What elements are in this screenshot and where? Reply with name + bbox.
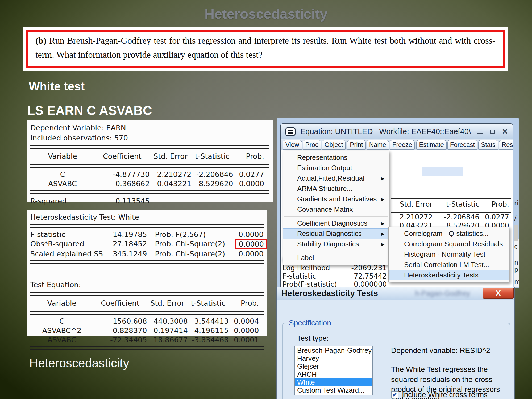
regression-output-panel: Dependent Variable: EARN Included observ… [27,120,273,202]
menu-item-actual-fitted-residual[interactable]: Actual,Fitted,Residual▶ [283,173,389,184]
submenu-item-heteroskedasticity-tests[interactable]: Heteroskedasticity Tests... [389,270,509,280]
menu-item-label: Histogram - Normality Test [404,250,485,258]
slide: Heteroscedasticity (b) Run Breush-Pagan-… [0,0,532,399]
cell: C [30,317,93,326]
submenu-item-serial-correlation[interactable]: Serial Correlation LM Test... [389,260,509,270]
menu-item-label: Label [297,254,314,262]
menu-item-label: Estimation Output [297,164,352,172]
submenu-item-histogram-normality[interactable]: Histogram - Normality Test [389,249,509,260]
toolbar-button-view[interactable]: View [283,140,302,150]
toolbar-button-proc[interactable]: Proc [303,140,321,150]
menu-item-covariance-matrix[interactable]: Covariance Matrix [283,204,389,215]
equation-toolbar: View Proc Object Print Name Freeze Estim… [281,139,513,150]
toolbar-button-forecast[interactable]: Forecast [447,140,477,150]
list-item-arch[interactable]: ARCH [295,370,372,378]
highlighted-prob-value: 0.0000 [235,239,267,249]
cell: 0.0000 [231,230,264,239]
cell: 0.0277 [233,170,264,179]
cell: 0.368662 [95,179,149,188]
menu-item-estimation-output[interactable]: Estimation Output [283,163,389,173]
submenu-item-correlogram-squared[interactable]: Correlogram Squared Residuals... [389,239,509,249]
cell: 2.210272 [149,170,191,179]
toolbar-button-estimate[interactable]: Estimate [416,140,446,150]
heading-white-test: White test [29,80,85,93]
toolbar-button-resids[interactable]: Resids [499,140,513,150]
question-label: (b) [35,36,47,45]
divider [30,190,269,194]
menu-separator [284,251,388,251]
cell: Obs*R-squared [30,239,107,249]
dependent-variable-line: Dependent Variable: EARN [30,123,269,133]
edge-text-fragment: / [514,214,519,222]
dependent-variable-label: Dependent variable: RESID^2 [391,346,490,355]
list-item-breusch-pagan-godfrey[interactable]: Breusch-Pagan-Godfrey [295,346,372,354]
submenu-arrow-icon: ▶ [381,229,384,239]
cell: -2.206846 [191,170,233,179]
menu-item-coefficient-diagnostics[interactable]: Coefficient Diagnostics▶ [283,218,389,228]
submenu-arrow-icon: ▶ [381,239,384,250]
checkbox-checked-icon[interactable]: ✔ [391,391,398,398]
view-menu: Representations Estimation Output Actual… [283,151,389,265]
menu-item-label: Stability Diagnostics [297,240,359,248]
divider [30,145,269,149]
cell: 2.210272 [391,213,433,221]
dialog-close-icon[interactable]: X [483,288,514,299]
col-header: t-Statistic [188,297,228,309]
col-header: Prob. [479,199,509,210]
summary-row: Scaled explained SS 345.1249 Prob. Chi-S… [30,249,264,259]
heading-command: LS EARN C ASVABC [27,103,152,118]
menu-item-label-entry[interactable]: Label [283,253,389,263]
cell: C [30,170,95,179]
cell: ASVABC [30,179,95,188]
toolbar-button-print[interactable]: Print [347,140,365,150]
col-header: Std. Error [391,199,433,210]
test-type-listbox: Breusch-Pagan-Godfrey Harvey Glejser ARC… [294,346,373,395]
menu-item-stability-diagnostics[interactable]: Stability Diagnostics▶ [283,239,389,249]
toolbar-button-freeze[interactable]: Freeze [390,140,415,150]
cell: ASVABC^2 [30,326,93,335]
equation-window-title: Equation: UNTITLED Workfile: EAEF40::Eae… [300,127,477,136]
list-item-white-selected[interactable]: White [295,378,372,386]
list-item-harvey[interactable]: Harvey [295,354,372,362]
cell: 0.0000 [231,249,264,259]
list-item-glejser[interactable]: Glejser [295,362,372,370]
cell: 0.0277 [479,213,509,221]
divider [391,210,511,213]
cell: 0.0000 [228,326,259,335]
footer-heteroscedasticity: Heteroscedasticity [29,356,129,370]
toolbar-button-stats[interactable]: Stats [478,140,498,150]
menu-item-label: Actual,Fitted,Residual [297,174,364,182]
submenu-item-correlogram-q[interactable]: Correlogram - Q-statistics... [389,228,509,239]
stat-label: Log likelihood [282,264,330,272]
cell: 0.0000 [231,239,264,249]
table-row: 2.210272 -2.206846 0.0277 [391,213,511,221]
col-header: t-Statistic [433,199,479,210]
menu-item-gradients-derivatives[interactable]: Gradients and Derivatives▶ [283,194,389,204]
menu-item-residual-diagnostics[interactable]: Residual Diagnostics▶ [283,228,389,239]
divider [30,346,264,350]
submenu-arrow-icon: ▶ [381,194,384,205]
menu-item-label: Serial Correlation LM Test... [404,261,489,269]
toolbar-button-object[interactable]: Object [322,140,346,150]
stat-value: -2069.231 [351,264,387,272]
edge-text-fragment: nt [514,278,519,286]
edge-text-fragment: p [514,266,519,273]
minimize-icon[interactable] [477,133,483,134]
included-observations-line: Included observations: 570 [30,133,269,143]
cell: 27.18452 [107,239,147,249]
col-header: Variable [30,297,93,309]
menu-item-arma-structure[interactable]: ARMA Structure... [283,184,389,194]
menu-item-label: ARMA Structure... [297,185,352,193]
maximize-icon[interactable] [490,130,495,134]
close-icon[interactable]: ✕ [502,128,508,135]
toolbar-button-name[interactable]: Name [367,140,389,150]
cell: 4.196115 [188,326,228,335]
white-test-title: Heteroskedasticity Test: White [30,212,264,222]
table-row: C -4.877730 2.210272 -2.206846 0.0277 [30,170,269,179]
list-item-custom-test-wizard[interactable]: Custom Test Wizard... [295,386,372,394]
cell: 0.043221 [149,179,191,188]
submenu-arrow-icon: ▶ [381,173,384,184]
col-header: Prob. [228,297,259,309]
menu-item-representations[interactable]: Representations [283,152,389,163]
col-header: t-Statistic [191,151,233,162]
